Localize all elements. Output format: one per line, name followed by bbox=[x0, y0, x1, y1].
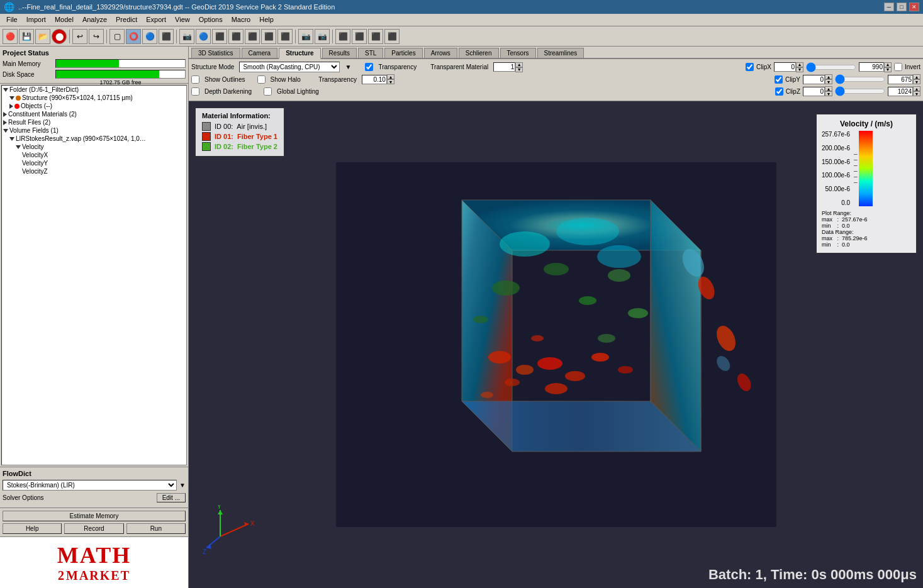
clipy-min-down[interactable]: ▼ bbox=[825, 79, 832, 84]
transparent-material-up[interactable]: ▲ bbox=[515, 62, 523, 67]
tb-undo-button[interactable]: ↩ bbox=[72, 29, 87, 44]
mode-select[interactable]: Smooth (RayCasting, CPU) bbox=[239, 62, 340, 72]
maximize-button[interactable]: □ bbox=[897, 3, 907, 11]
tb-snap-button[interactable]: 📷 bbox=[179, 29, 194, 44]
tb-new-button[interactable]: 🔴 bbox=[3, 29, 18, 44]
tb-cam-next[interactable]: 📷 bbox=[315, 29, 330, 44]
solver-dropdown-icon[interactable]: ▼ bbox=[179, 482, 186, 489]
tb-save-button[interactable]: 💾 bbox=[19, 29, 34, 44]
clipy-checkbox[interactable] bbox=[775, 75, 783, 84]
show-halo-checkbox[interactable] bbox=[257, 75, 266, 84]
tb-view-front[interactable]: 🔵 bbox=[196, 29, 211, 44]
menu-options[interactable]: Options bbox=[195, 15, 227, 25]
menu-help[interactable]: Help bbox=[255, 15, 277, 25]
transparency-down[interactable]: ▼ bbox=[387, 79, 394, 84]
clipz-slider[interactable] bbox=[835, 86, 885, 96]
tb-select-button[interactable]: ▢ bbox=[109, 29, 125, 44]
tb-redo-button[interactable]: ↪ bbox=[89, 29, 104, 44]
tb-pan-button[interactable]: ⬛ bbox=[159, 29, 174, 44]
transparency-up[interactable]: ▲ bbox=[387, 74, 394, 79]
clipx-min-down[interactable]: ▼ bbox=[796, 67, 803, 72]
tree-item-velocityx[interactable]: VelocityX bbox=[21, 151, 186, 159]
clipz-min-input[interactable] bbox=[803, 87, 825, 96]
tb-cam-prev[interactable]: 📷 bbox=[298, 29, 313, 44]
clipz-min-down[interactable]: ▼ bbox=[825, 91, 832, 96]
clipz-max-input[interactable] bbox=[888, 87, 913, 96]
help-button[interactable]: Help bbox=[3, 523, 62, 534]
tree-item-result-files[interactable]: Result Files (2) bbox=[2, 118, 186, 126]
invert-checkbox[interactable] bbox=[894, 63, 902, 71]
tb-extra2[interactable]: ⬛ bbox=[384, 29, 400, 44]
global-lighting-checkbox[interactable] bbox=[264, 87, 272, 96]
depth-darkening-checkbox[interactable] bbox=[191, 87, 199, 96]
tab-stl[interactable]: STL bbox=[358, 48, 383, 58]
record-button[interactable]: Record bbox=[64, 523, 123, 534]
clipx-max-down[interactable]: ▼ bbox=[884, 67, 892, 72]
viewport[interactable]: Material Information: ID 00: Air [invis.… bbox=[189, 101, 923, 588]
tree-item-velocity[interactable]: Velocity bbox=[14, 143, 186, 151]
edit-button[interactable]: Edit ... bbox=[157, 493, 186, 502]
solver-select[interactable]: Stokes(-Brinkman) (LIR) bbox=[3, 480, 177, 491]
tree-item-volume-fields[interactable]: Volume Fields (1) bbox=[2, 126, 186, 135]
tb-zoom-button[interactable]: 🔵 bbox=[142, 29, 157, 44]
show-outlines-checkbox[interactable] bbox=[191, 75, 199, 84]
clipy-min-input[interactable] bbox=[803, 75, 825, 84]
tb-stop-button[interactable]: ⬛ bbox=[352, 29, 367, 44]
tab-results[interactable]: Results bbox=[322, 48, 357, 58]
tree-item-constituent[interactable]: Constituent Materials (2) bbox=[2, 110, 186, 118]
tb-rotate-button[interactable]: ⭕ bbox=[126, 29, 141, 44]
tab-schlieren[interactable]: Schlieren bbox=[459, 48, 499, 58]
clipy-max-input[interactable] bbox=[888, 75, 913, 84]
tree-item-structure[interactable]: Structure (990×675×1024, 1,07115 μm) bbox=[8, 94, 186, 102]
tb-view-back[interactable]: ⬛ bbox=[212, 29, 227, 44]
tab-structure[interactable]: Structure bbox=[279, 48, 320, 59]
tree-item-velocityz[interactable]: VelocityZ bbox=[21, 167, 186, 175]
transparent-material-input[interactable] bbox=[493, 62, 515, 72]
tree-item-lir[interactable]: LIRStokesResult_z.vap (990×675×1024, 1,0… bbox=[8, 135, 186, 143]
menu-analyze[interactable]: Analyze bbox=[79, 15, 111, 25]
tb-extra1[interactable]: ⬛ bbox=[368, 29, 383, 44]
clipx-max-input[interactable] bbox=[859, 62, 884, 72]
close-button[interactable]: ✕ bbox=[909, 3, 919, 11]
clipx-max-up[interactable]: ▲ bbox=[884, 62, 892, 67]
tb-play-button[interactable]: ⬛ bbox=[335, 29, 350, 44]
tree-item-velocityy[interactable]: VelocityY bbox=[21, 159, 186, 167]
tab-arrows[interactable]: Arrows bbox=[424, 48, 457, 58]
window-controls[interactable]: ─ □ ✕ bbox=[884, 3, 919, 11]
clipy-slider[interactable] bbox=[835, 74, 885, 84]
clipz-checkbox[interactable] bbox=[775, 87, 783, 96]
clipy-max-down[interactable]: ▼ bbox=[913, 79, 920, 84]
menu-view[interactable]: View bbox=[171, 15, 194, 25]
tree-item-objects[interactable]: Objects (--) bbox=[8, 102, 186, 110]
transparent-material-down[interactable]: ▼ bbox=[515, 67, 523, 72]
clipx-min-up[interactable]: ▲ bbox=[796, 62, 803, 67]
clipy-min-up[interactable]: ▲ bbox=[825, 74, 832, 79]
clipz-max-down[interactable]: ▼ bbox=[913, 91, 920, 96]
tab-particles[interactable]: Particles bbox=[384, 48, 422, 58]
tb-view-right[interactable]: ⬛ bbox=[245, 29, 260, 44]
clipz-max-up[interactable]: ▲ bbox=[913, 86, 920, 91]
tab-camera[interactable]: Camera bbox=[242, 48, 278, 58]
tab-3d-statistics[interactable]: 3D Statistics bbox=[191, 48, 240, 58]
menu-export[interactable]: Export bbox=[142, 15, 170, 25]
menu-macro[interactable]: Macro bbox=[228, 15, 255, 25]
tb-view-left[interactable]: ⬛ bbox=[228, 29, 243, 44]
run-button[interactable]: Run bbox=[126, 523, 186, 534]
clipx-checkbox[interactable] bbox=[746, 63, 754, 71]
estimate-memory-button[interactable]: Estimate Memory bbox=[3, 511, 186, 521]
menu-predict[interactable]: Predict bbox=[112, 15, 141, 25]
menu-import[interactable]: Import bbox=[23, 15, 50, 25]
tab-tensors[interactable]: Tensors bbox=[500, 48, 536, 58]
tb-view-top[interactable]: ⬛ bbox=[261, 29, 276, 44]
menu-model[interactable]: Model bbox=[51, 15, 77, 25]
clipx-slider[interactable] bbox=[806, 62, 856, 72]
clipy-max-up[interactable]: ▲ bbox=[913, 74, 920, 79]
clipx-min-input[interactable] bbox=[774, 62, 796, 72]
clipz-min-up[interactable]: ▲ bbox=[825, 86, 832, 91]
transparency-input[interactable] bbox=[362, 75, 387, 84]
menu-file[interactable]: File bbox=[3, 15, 21, 25]
tb-view-iso[interactable]: ⬛ bbox=[277, 29, 293, 44]
transparency-checkbox[interactable] bbox=[365, 63, 373, 71]
tab-streamlines[interactable]: Streamlines bbox=[537, 48, 585, 58]
tb-open-button[interactable]: 📂 bbox=[35, 29, 50, 44]
